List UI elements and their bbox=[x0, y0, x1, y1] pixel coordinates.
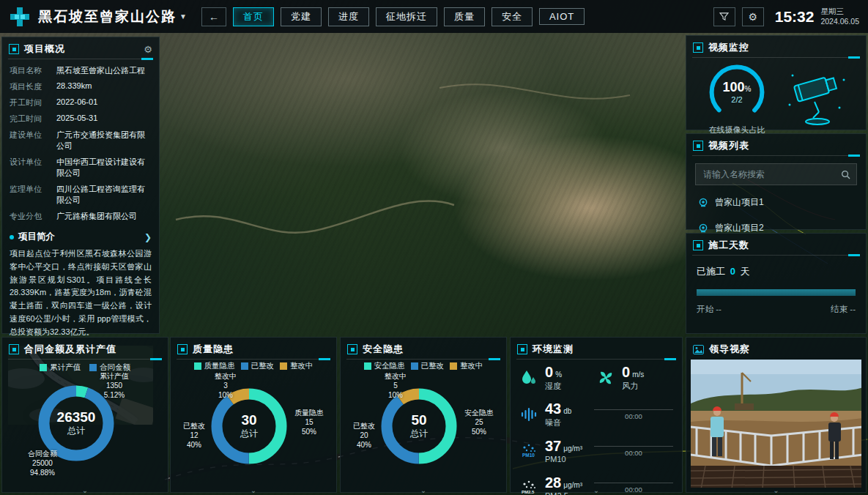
legend-item: 安全隐患 bbox=[364, 361, 405, 371]
panel-title: 施工天数 bbox=[708, 239, 749, 252]
slice-label: 已整改 12 40% bbox=[172, 421, 216, 450]
tab-home[interactable]: 首页 bbox=[233, 7, 274, 26]
gear-icon[interactable]: ⚙ bbox=[144, 44, 152, 55]
gauge-value: 100 bbox=[723, 80, 745, 94]
legend-item: 整改中 bbox=[280, 361, 314, 371]
search-icon[interactable] bbox=[841, 170, 850, 179]
clock: 15:32 bbox=[775, 8, 815, 26]
video-list-panel: 视频列表 曾家山项目1 曾家山项目2 bbox=[686, 133, 867, 230]
fan-icon bbox=[596, 368, 615, 387]
panel-marker-icon bbox=[693, 141, 703, 151]
panel-title: 视频列表 bbox=[708, 139, 749, 152]
picture-icon bbox=[693, 345, 704, 354]
gauge-ratio: 2/2 bbox=[731, 95, 742, 104]
panel-marker-icon bbox=[177, 344, 188, 354]
tab-party[interactable]: 党建 bbox=[281, 7, 322, 26]
field-row: 开工时间2022-06-01 bbox=[2, 94, 159, 111]
tab-safety[interactable]: 安全 bbox=[492, 7, 533, 26]
pm25-icon: PM2.5 bbox=[519, 478, 538, 495]
search-input[interactable] bbox=[702, 168, 841, 180]
field-row: 监理单位四川公路工程咨询监理有限公司 bbox=[2, 181, 159, 208]
panel-title: 质量隐患 bbox=[193, 343, 234, 356]
environment-panel: 环境监测 0% 湿度 0m/s bbox=[510, 337, 683, 493]
tab-aiot[interactable]: AIOT bbox=[539, 8, 585, 25]
legend-item: 质量隐患 bbox=[194, 361, 235, 371]
field-row: 项目长度28.339km bbox=[2, 78, 159, 94]
humidity-metric: 0% 湿度 bbox=[519, 365, 596, 392]
slice-label: 安全隐患 25 50% bbox=[453, 408, 505, 436]
chevron-right-icon[interactable]: ❯ bbox=[144, 232, 152, 242]
intro-text: 项目起点位于利州区黑石坡森林公园游客中心平交口，终点衔接朝天区曾家山旅游景区规划… bbox=[2, 246, 159, 340]
video-item-label: 曾家山项目1 bbox=[715, 196, 764, 209]
slice-label: 整改中 5 10% bbox=[370, 371, 421, 400]
noise-trend: 00:00 bbox=[594, 409, 673, 420]
svg-text:PM2.5: PM2.5 bbox=[522, 490, 535, 494]
dashboard: 黑石坡至曾家山公路 ▼ ← 首页 党建 进度 征地拆迁 质量 安全 AIOT ⚙… bbox=[0, 0, 868, 495]
date: 2024.06.05 bbox=[820, 17, 859, 26]
pm10-trend: 00:00 bbox=[594, 446, 673, 457]
panel-title: 领导视察 bbox=[709, 343, 750, 356]
noise-metric: 43db 噪音 bbox=[519, 401, 571, 428]
webcam-icon bbox=[698, 198, 708, 208]
slice-label: 质量隐患 15 50% bbox=[283, 408, 335, 436]
project-overview-panel: 项目概况 ⚙ 项目名称黑石坡至曾家山公路工程 项目长度28.339km 开工时间… bbox=[1, 37, 160, 334]
cctv-camera-icon bbox=[782, 61, 853, 128]
panel-title: 环境监测 bbox=[533, 343, 574, 356]
video-monitor-panel: 视频监控 100% 2/2 在线摄像头占比 bbox=[686, 35, 867, 130]
settings-button[interactable]: ⚙ bbox=[742, 7, 764, 26]
quality-hazard-panel: 质量隐患 质量隐患 已整改 整改中 整改中 3 10% 30 总计 质量隐患 1… bbox=[170, 337, 337, 493]
top-bar: 黑石坡至曾家山公路 ▼ ← 首页 党建 进度 征地拆迁 质量 安全 AIOT ⚙… bbox=[0, 0, 868, 33]
days-progress-bar bbox=[697, 289, 856, 296]
legend-item: 已整改 bbox=[241, 361, 275, 371]
filter-icon bbox=[719, 12, 729, 21]
field-row: 专业分包广元路桥集团有限公司 bbox=[2, 208, 159, 224]
caret-down-icon[interactable]: ▼ bbox=[179, 12, 187, 21]
panel-title: 安全隐患 bbox=[363, 343, 404, 356]
safety-hazard-panel: 安全隐患 安全隐患 已整改 整改中 整改中 5 10% 50 总计 安全隐患 2… bbox=[340, 337, 507, 493]
slice-label: 整改中 3 10% bbox=[200, 371, 251, 400]
legend-item: 已整改 bbox=[411, 361, 445, 371]
panel-marker-icon bbox=[9, 44, 19, 54]
field-row: 建设单位广元市交通投资集团有限公司 bbox=[2, 127, 159, 154]
wind-metric: 0m/s 风力 bbox=[596, 365, 644, 392]
pm10-metric: PM10 37μg/m³ PM10 bbox=[519, 439, 582, 464]
legend-item: 整改中 bbox=[450, 361, 483, 371]
intro-title: 项目简介 bbox=[18, 231, 55, 243]
slice-label: 已整改 20 40% bbox=[342, 421, 386, 450]
logo-icon bbox=[9, 6, 31, 28]
construction-days-panel: 施工天数 已施工 0 天 开始 -- 结束 -- bbox=[686, 233, 867, 334]
slice-label: 合同金额 25000 94.88% bbox=[12, 449, 73, 477]
field-row: 完工时间2025-05-31 bbox=[2, 111, 159, 127]
panel-marker-icon bbox=[9, 344, 19, 354]
panel-marker-icon bbox=[517, 344, 527, 354]
pm25-metric: PM2.5 28μg/m³ PM2.5 bbox=[519, 475, 582, 495]
tab-land[interactable]: 征地拆迁 bbox=[376, 7, 437, 26]
contract-value-panel: 合同金额及累计产值 累计产值 合同金额 累计产值 1350 5.12% 2635… bbox=[1, 337, 168, 493]
gear-icon: ⚙ bbox=[748, 11, 757, 23]
droplet-icon bbox=[519, 368, 538, 387]
days-worked: 已施工 0 天 bbox=[697, 265, 856, 278]
leader-visit-panel: 领导视察 bbox=[686, 337, 867, 493]
filter-button[interactable] bbox=[713, 7, 735, 26]
page-title: 黑石坡至曾家山公路 bbox=[38, 7, 177, 26]
bullet-icon bbox=[10, 235, 14, 239]
svg-text:PM10: PM10 bbox=[522, 453, 535, 458]
tab-progress[interactable]: 进度 bbox=[328, 7, 369, 26]
back-button[interactable]: ← bbox=[201, 7, 226, 26]
video-item[interactable]: 曾家山项目1 bbox=[686, 190, 866, 215]
video-search bbox=[695, 163, 857, 185]
panel-title: 项目概况 bbox=[24, 42, 65, 56]
camera-gauge: 100% 2/2 bbox=[705, 61, 768, 124]
leader-visit-photo[interactable] bbox=[691, 360, 861, 488]
noise-icon bbox=[519, 405, 538, 424]
webcam-icon bbox=[698, 223, 708, 234]
legend-item: 累计产值 bbox=[40, 362, 81, 373]
field-row: 设计单位中国华西工程设计建设有限公司 bbox=[2, 154, 159, 181]
panel-title: 合同金额及累计产值 bbox=[24, 343, 116, 356]
slice-label: 累计产值 1350 5.12% bbox=[84, 371, 144, 400]
weekday: 星期三 bbox=[820, 7, 859, 16]
pm25-trend: 00:00 bbox=[594, 483, 673, 494]
end-date: 结束 -- bbox=[831, 304, 856, 315]
tab-quality[interactable]: 质量 bbox=[444, 7, 485, 26]
start-date: 开始 -- bbox=[697, 304, 722, 315]
